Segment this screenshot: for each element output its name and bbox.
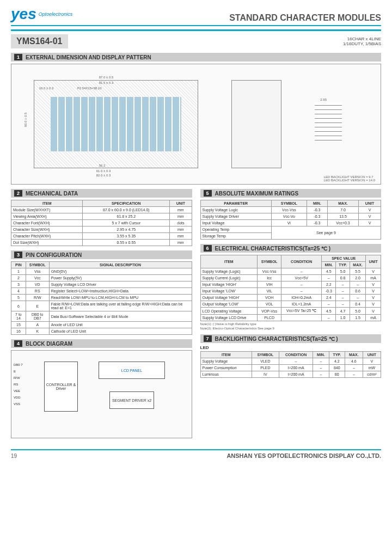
page-header: yes Optoelectronics STANDARD CHARACTER M…: [11, 5, 381, 26]
page-footer: 19 ANSHAN YES OPTOELECTRONICS DISPLAY CO…: [11, 449, 381, 459]
section-7-header: 7BACKLIGHTING CHARACTERISTICS(Ta=25 ℃ ): [200, 334, 382, 343]
mechanical-data-table: ITEMSPECIFICATIONUNIT Module Size(WXHXT)…: [11, 200, 192, 246]
section-6-header: 6ELECTRICAL CHARACTERISTICS(Ta=25 ℃ ): [200, 244, 382, 253]
block-controller: CONTROLLER & Driver: [44, 362, 78, 412]
logo-brand: yes: [11, 5, 36, 23]
led-label: LED: [200, 345, 382, 350]
drawing-front-view: [34, 80, 198, 168]
section-2-header: 2MECHANICAL DATA: [11, 189, 192, 198]
model-spec: 16CHAR x 4LINE 1/16DUTY, 1/5BIAS: [343, 36, 381, 46]
block-segment-driver: SEGMENT DRIVER x2: [109, 391, 154, 409]
model-number: YMS164-01: [11, 34, 68, 48]
block-lcd-panel: LCD PANEL: [99, 362, 165, 379]
pin-configuration-table: PINSYMBOLSIGNAL DESCRIPTION 1VssGND(0V) …: [11, 261, 192, 335]
section-3-header: 3PIN CONFIGURATION: [11, 250, 192, 259]
header-title: STANDARD CHARACTER MODULES: [229, 13, 381, 23]
drawing-pixel-detail: 2.95: [315, 102, 358, 146]
backlighting-table: ITEMSYMBOLCONDITIONMIN.TYP.MAX.UNIT Supp…: [200, 351, 382, 378]
elec-note-1: Note(1): ( )Value is high Reliability ty…: [200, 322, 382, 326]
section-5-header: 5ABSOLUTE MAXIMUM RATINGS: [200, 189, 382, 198]
block-diagram: CONTROLLER & Driver LCD PANEL SEGMENT DR…: [11, 350, 192, 438]
absolute-maximum-table: PARAMETERSYMBOLMIN.MAX.UNIT Supply Volta…: [200, 200, 382, 240]
header-rule: [11, 29, 381, 31]
drawing-side-view: [231, 80, 281, 168]
page-number: 19: [11, 453, 17, 459]
section-4-header: 4BLOCK DIAGRAM: [11, 339, 192, 348]
dimension-drawing: 87.0 ± 0.5 81.5 ± 0.3 10.0 ± 0.3 P2.54X1…: [11, 64, 381, 185]
electrical-characteristics-table: ITEMSYMBOLCONDITIONSPEC VALUEUNIT MIN.TY…: [200, 255, 382, 321]
section-1-header: 1EXTERNAL DIMENSION AND DISPLAY PATTERN: [11, 53, 381, 62]
logo-subtitle: Optoelectronics: [39, 11, 73, 17]
logo: yes Optoelectronics: [11, 5, 72, 23]
drawing-notes: LED BACKLIGHT VERSION = 9.7 LED BACKLIGH…: [324, 175, 375, 182]
elec-note-2: Note(2): Electro-Optical Characteristics…: [200, 327, 382, 330]
footer-company: ANSHAN YES OPTOELECTRONICS DISPLAY CO.,L…: [226, 452, 381, 459]
